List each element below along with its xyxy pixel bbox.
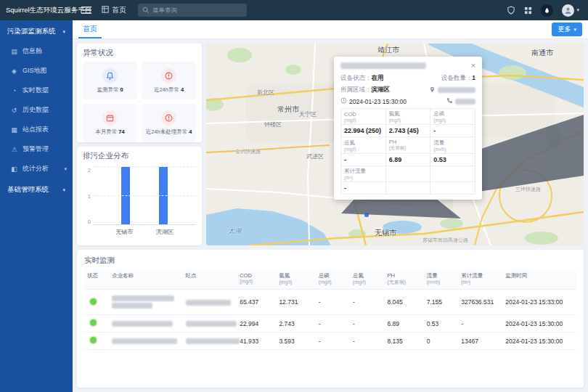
metric-value-empty: [385, 182, 430, 195]
sidebar-item-label: 预警管理: [23, 144, 49, 154]
history-data-icon: ↺: [10, 107, 18, 114]
redacted-company-name: [340, 62, 426, 69]
sidebar-item-statistics[interactable]: ◧ 统计分析 ▾: [0, 159, 73, 179]
alert-icon: [161, 110, 176, 126]
clock-icon: [340, 97, 347, 105]
sidebar-menu: ▤ 信息舱 ◈ GIS地图 ◔ 实时数据 ↺ 历史数据 ▦ 站点报表 ⚠ 预警管…: [0, 41, 73, 179]
sidebar-item-gis-map[interactable]: ◈ GIS地图: [0, 61, 73, 81]
metric-header-ph: PH(无量纲): [385, 137, 430, 154]
tab-home[interactable]: 首页: [78, 20, 102, 38]
sidebar-item-realtime-data[interactable]: ◔ 实时数据: [0, 81, 73, 100]
map-label-road: 金武快速路: [235, 148, 261, 155]
sidebar-section-title: 污染源监测系统: [7, 27, 56, 36]
search-icon: [142, 4, 150, 17]
cell-cod: 65.437: [237, 290, 276, 315]
col-status: 状态: [84, 269, 109, 290]
sidebar-section-basic-management[interactable]: 基础管理系统 ▾: [0, 179, 73, 200]
table-row[interactable]: 22.994 2.743 - - 6.89 0.53 - 2024-01-23 …: [84, 315, 576, 332]
stat-tile-monitor-abnormal[interactable]: 监测异常0: [83, 62, 137, 99]
map-canvas[interactable]: 靖江市 南通市 常州市 新北区 天宁区 钟楼区 武进区 金武快速路 无锡市 太湖…: [206, 44, 584, 245]
cell-ph: 8.045: [385, 290, 424, 315]
cell-total-flow: 13467: [458, 332, 502, 350]
cell-total-flow: 327636.531: [458, 290, 502, 315]
cell-status: [84, 315, 109, 332]
tab-bar: 首页 更多 ▾: [73, 20, 588, 39]
menu-search-box: [138, 4, 247, 17]
metric-header-flow: 流量(m³/h): [430, 137, 475, 154]
cell-tn: -: [350, 315, 384, 332]
chevron-down-icon: ▾: [576, 7, 579, 13]
stat-tile-24h-unhandled-abnormal[interactable]: 近24h未处理异常4: [142, 104, 196, 142]
cell-enterprise: [109, 332, 183, 350]
cell-station: [183, 315, 237, 332]
nav-home-label: 首页: [112, 5, 126, 15]
hamburger-menu-icon[interactable]: [81, 6, 91, 15]
cell-cod: 22.994: [237, 315, 276, 332]
col-time: 监测时间: [502, 269, 576, 290]
sidebar-item-info-cabin[interactable]: ▤ 信息舱: [0, 41, 73, 61]
stat-label: 监测异常: [97, 86, 118, 93]
sidebar-item-label: GIS地图: [23, 66, 47, 75]
sidebar-item-history-data[interactable]: ↺ 历史数据: [0, 100, 73, 120]
metric-header-total-flow: 累计流量(m³): [341, 166, 386, 182]
y-tick: 2: [83, 167, 91, 173]
cell-flow: 0: [424, 332, 458, 350]
panel-title: 排污企业分布: [83, 151, 196, 161]
statistics-icon: ◧: [10, 166, 18, 173]
sidebar-item-label: 实时数据: [23, 86, 49, 95]
apps-grid-icon[interactable]: [524, 7, 532, 15]
cell-status: [84, 332, 109, 350]
brand-drop-icon[interactable]: [541, 4, 553, 17]
gis-map-icon: ◈: [10, 68, 18, 75]
cell-tp: -: [316, 290, 350, 315]
bar-xlabel: 滨湖区: [156, 228, 173, 236]
cell-cod: 41.933: [237, 332, 276, 350]
station-marker[interactable]: [364, 212, 369, 218]
sidebar-item-alert-management[interactable]: ⚠ 预警管理: [0, 139, 73, 159]
popup-time: 2024-01-23 15:30:00: [349, 98, 407, 105]
user-menu[interactable]: ▾: [562, 4, 579, 17]
phone-icon: [446, 97, 453, 105]
more-button[interactable]: 更多 ▾: [552, 23, 582, 36]
sidebar-item-station-report[interactable]: ▦ 站点报表: [0, 120, 73, 139]
cell-time: 2024-01-23 15:30:00: [502, 332, 576, 350]
chevron-down-icon: ▾: [62, 187, 65, 193]
device-count-label: 设备数量：: [441, 74, 473, 81]
menu-search-input[interactable]: [152, 7, 242, 14]
popup-close-button[interactable]: ×: [471, 62, 475, 70]
more-button-label: 更多: [558, 25, 571, 34]
cell-ph: 6.89: [385, 315, 424, 332]
col-flow: 流量(m³/h): [424, 269, 458, 290]
panel-title: 实时监测: [84, 256, 576, 266]
device-count-value: 1: [472, 74, 475, 81]
stat-tile-24h-abnormal[interactable]: 近24h异常4: [142, 62, 196, 99]
sidebar-section-pollution-monitor[interactable]: 污染源监测系统 ▾: [0, 20, 73, 41]
alert-management-icon: ⚠: [10, 146, 18, 153]
table-row[interactable]: 41.933 3.593 - - 8.135 0 13467 2024-01-2…: [84, 332, 576, 350]
map-label-city: 常州市: [277, 105, 299, 115]
region-label: 所属区域：: [340, 86, 372, 93]
region-value: 滨湖区: [372, 86, 391, 93]
bar-无锡市: [121, 167, 130, 224]
metric-header-empty: [385, 166, 430, 182]
cell-tp: -: [316, 332, 350, 350]
metric-header-cod: COD(mg/l): [341, 109, 386, 125]
cell-enterprise: [109, 290, 183, 315]
stat-value: 4: [181, 86, 184, 93]
table-row[interactable]: 65.437 12.731 - - 8.045 7.155 327636.531…: [84, 290, 576, 315]
bar-xlabel: 无锡市: [115, 228, 133, 236]
shield-icon[interactable]: [507, 6, 515, 15]
col-ph: PH(无量纲): [385, 269, 424, 290]
metric-value-empty: [430, 182, 475, 195]
redacted-phone: [455, 99, 475, 105]
map-label-road: 三环快速路: [515, 186, 541, 193]
nav-home-link[interactable]: 首页: [102, 5, 126, 15]
stat-tile-month-abnormal[interactable]: 本月异常74: [83, 104, 137, 142]
col-enterprise: 企业名称: [109, 269, 183, 290]
chevron-down-icon: ▾: [62, 29, 65, 35]
metric-value-ph: 6.89: [385, 154, 430, 166]
top-header: Squirrel生态环境云服务平台 首页 ▾: [0, 0, 588, 20]
chevron-down-icon: ▾: [64, 166, 67, 172]
sidebar: 污染源监测系统 ▾ ▤ 信息舱 ◈ GIS地图 ◔ 实时数据 ↺ 历史数据 ▦ …: [0, 20, 73, 392]
stat-grid: 监测异常0 近24h异常4 本月异常74 近24h未处理异常4: [83, 62, 196, 142]
